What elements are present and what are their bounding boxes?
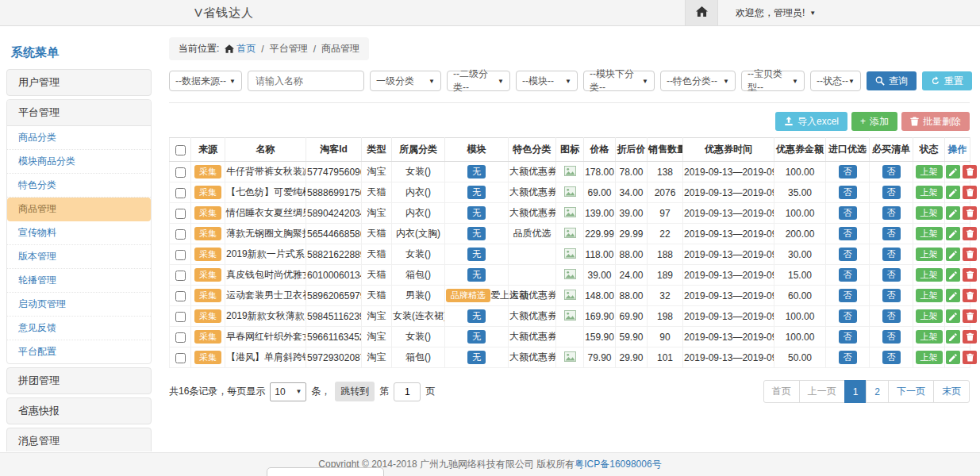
page-button[interactable]: 下一页 — [888, 380, 934, 403]
must-buy-toggle[interactable]: 否 — [882, 227, 901, 241]
status-toggle[interactable]: 上架 — [916, 351, 943, 365]
edit-button[interactable] — [946, 165, 960, 178]
imported-toggle[interactable]: 否 — [839, 206, 857, 221]
jump-button[interactable]: 跳转到 — [335, 382, 375, 401]
sidebar-item[interactable]: 商品分类 — [7, 126, 151, 150]
row-checkbox[interactable] — [175, 188, 186, 198]
must-buy-toggle[interactable]: 否 — [882, 165, 901, 179]
reset-button[interactable]: 重置 — [922, 71, 972, 90]
level2-category-select[interactable]: --二级分类--▼ — [447, 71, 510, 91]
delete-button[interactable] — [963, 206, 977, 220]
breadcrumb-home-link[interactable]: 首页 — [225, 42, 256, 56]
sidebar-item[interactable]: 特色分类 — [7, 174, 151, 198]
sidebar-group-header[interactable]: 消息管理 — [6, 428, 152, 451]
sidebar-item[interactable]: 意见反馈 — [7, 317, 151, 340]
row-checkbox[interactable] — [175, 271, 186, 281]
select-all-checkbox[interactable] — [175, 145, 186, 155]
page-button[interactable]: 2 — [866, 380, 889, 403]
must-buy-toggle[interactable]: 否 — [882, 309, 901, 324]
imported-toggle[interactable]: 否 — [839, 248, 857, 262]
delete-button[interactable] — [963, 227, 977, 240]
must-buy-toggle[interactable]: 否 — [882, 268, 901, 282]
edit-button[interactable] — [946, 248, 960, 261]
edit-button[interactable] — [946, 289, 960, 302]
status-toggle[interactable]: 上架 — [916, 248, 943, 262]
sidebar-item[interactable]: 版本管理 — [7, 245, 151, 269]
must-buy-toggle[interactable]: 否 — [882, 351, 901, 365]
sidebar-group-header[interactable]: 省惠快报 — [6, 397, 152, 424]
module-sub-category-select[interactable]: --模块下分类--▼ — [583, 71, 655, 91]
page-button[interactable]: 末页 — [933, 380, 970, 403]
edit-button[interactable] — [946, 186, 960, 199]
status-toggle[interactable]: 上架 — [916, 289, 943, 303]
edit-button[interactable] — [946, 206, 960, 220]
sidebar-item[interactable]: 宣传物料 — [7, 221, 151, 245]
search-button[interactable]: 查询 — [867, 71, 917, 90]
page-button[interactable]: 上一页 — [799, 380, 845, 403]
sidebar-item[interactable]: 启动页管理 — [7, 293, 151, 317]
sidebar-group-header[interactable]: 拼团管理 — [6, 367, 152, 394]
status-toggle[interactable]: 上架 — [916, 268, 943, 282]
row-checkbox[interactable] — [175, 353, 186, 363]
sidebar-item[interactable]: 轮播管理 — [7, 269, 151, 293]
row-checkbox[interactable] — [175, 291, 186, 301]
user-menu[interactable]: 欢迎您，管理员! ▼ — [718, 0, 980, 25]
name-input[interactable] — [248, 71, 364, 91]
row-checkbox[interactable] — [175, 229, 186, 240]
status-toggle[interactable]: 上架 — [916, 227, 943, 241]
data-source-select[interactable]: --数据来源--▼ — [169, 71, 242, 91]
import-excel-button[interactable]: 导入excel — [775, 112, 847, 131]
imported-toggle[interactable]: 否 — [839, 330, 857, 344]
must-buy-toggle[interactable]: 否 — [882, 206, 901, 221]
status-select[interactable]: --状态--▼ — [810, 71, 861, 91]
delete-button[interactable] — [963, 268, 977, 282]
delete-button[interactable] — [963, 289, 977, 302]
imported-toggle[interactable]: 否 — [839, 351, 857, 365]
must-buy-toggle[interactable]: 否 — [882, 289, 901, 303]
level1-category-select[interactable]: 一级分类▼ — [370, 71, 441, 91]
delete-button[interactable] — [963, 248, 977, 261]
batch-delete-button[interactable]: 批量删除 — [901, 112, 970, 131]
sidebar-item[interactable]: 商品管理 — [7, 198, 151, 221]
row-checkbox[interactable] — [175, 209, 186, 219]
row-checkbox[interactable] — [175, 167, 186, 178]
must-buy-toggle[interactable]: 否 — [882, 330, 901, 344]
module-select[interactable]: --模块--▼ — [516, 71, 578, 91]
edit-button[interactable] — [946, 351, 960, 364]
imported-toggle[interactable]: 否 — [839, 289, 857, 303]
status-toggle[interactable]: 上架 — [916, 186, 943, 200]
per-page-select[interactable]: 10 ▼ — [270, 382, 306, 401]
add-button[interactable]: + 添加 — [851, 112, 897, 131]
icp-link[interactable]: 粤ICP备16098006号 — [575, 458, 661, 471]
item-type-select[interactable]: --宝贝类型--▼ — [741, 71, 805, 91]
imported-toggle[interactable]: 否 — [839, 186, 857, 200]
sidebar-item[interactable]: 模块商品分类 — [7, 150, 151, 174]
status-toggle[interactable]: 上架 — [916, 330, 943, 344]
page-button[interactable]: 首页 — [763, 380, 800, 403]
delete-button[interactable] — [963, 330, 977, 344]
sidebar-group-header[interactable]: 平台管理 — [7, 100, 151, 126]
sidebar-item[interactable]: 平台配置 — [7, 340, 151, 363]
status-toggle[interactable]: 上架 — [916, 206, 943, 221]
status-toggle[interactable]: 上架 — [916, 309, 943, 324]
page-button[interactable]: 1 — [844, 380, 867, 403]
imported-toggle[interactable]: 否 — [839, 309, 857, 324]
imported-toggle[interactable]: 否 — [839, 227, 857, 241]
delete-button[interactable] — [963, 351, 977, 364]
sidebar-group-header[interactable]: 用户管理 — [6, 69, 152, 96]
status-toggle[interactable]: 上架 — [916, 165, 943, 179]
row-checkbox[interactable] — [175, 312, 186, 322]
delete-button[interactable] — [963, 165, 977, 178]
imported-toggle[interactable]: 否 — [839, 268, 857, 282]
feature-category-select[interactable]: --特色分类--▼ — [660, 71, 736, 91]
row-checkbox[interactable] — [175, 250, 186, 260]
must-buy-toggle[interactable]: 否 — [882, 248, 901, 262]
edit-button[interactable] — [946, 268, 960, 282]
page-number-input[interactable] — [394, 382, 421, 401]
row-checkbox[interactable] — [175, 332, 186, 343]
edit-button[interactable] — [946, 227, 960, 240]
home-button[interactable] — [685, 0, 718, 25]
must-buy-toggle[interactable]: 否 — [882, 186, 901, 200]
edit-button[interactable] — [946, 330, 960, 344]
delete-button[interactable] — [963, 309, 977, 323]
